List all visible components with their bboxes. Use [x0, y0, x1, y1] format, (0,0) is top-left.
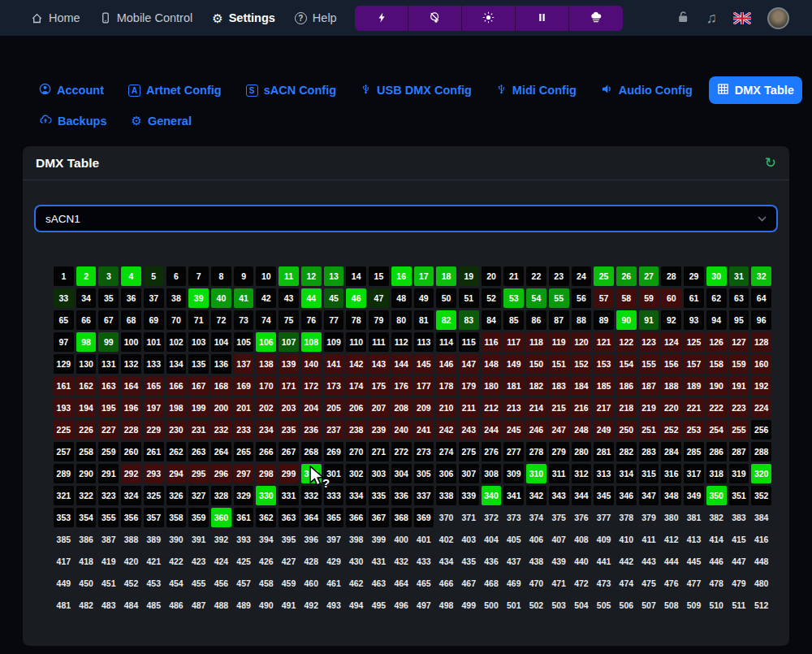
nav-item-help[interactable]: ?Help [295, 11, 337, 24]
dmx-cell: 304 [391, 464, 412, 483]
dmx-cell: 377 [594, 508, 614, 527]
dmx-cell: 293 [144, 464, 164, 483]
dmx-cell: 471 [549, 574, 569, 593]
dmx-cell: 265 [234, 442, 254, 461]
tab-artnet-config[interactable]: AArtnet Config [120, 77, 230, 103]
dmx-cell: 117 [503, 332, 524, 352]
sacn-icon: S [246, 84, 258, 97]
flash-button[interactable] [355, 6, 408, 31]
dmx-cell: 336 [391, 486, 412, 505]
dmx-cell: 316 [661, 464, 681, 483]
dmx-cell: 272 [391, 442, 412, 461]
dmx-cell: 169 [234, 376, 254, 396]
dmx-cell: 47 [369, 288, 389, 308]
dmx-cell: 155 [639, 354, 659, 374]
dmx-cell: 381 [684, 508, 704, 527]
dmx-cell: 301 [324, 464, 344, 483]
dmx-cell: 445 [684, 552, 704, 571]
dmx-cell: 290 [76, 464, 97, 483]
dmx-cell: 335 [369, 486, 389, 505]
pause-icon [537, 12, 547, 25]
dmx-cell: 352 [751, 486, 771, 505]
blackout-button[interactable] [408, 6, 462, 31]
dmx-cell: 177 [414, 376, 434, 396]
dmx-cell: 330 [256, 486, 276, 505]
universe-select[interactable]: sACN1 [34, 205, 778, 232]
dmx-cell: 481 [54, 596, 74, 615]
nav-item-settings[interactable]: ⚙Settings [212, 11, 275, 24]
dmx-cell: 40 [211, 288, 231, 308]
dmx-cell: 82 [436, 310, 456, 330]
dmx-cell: 135 [188, 354, 209, 374]
uk-flag-icon[interactable] [733, 12, 751, 24]
dmx-cell: 440 [572, 552, 592, 571]
dmx-cell: 149 [503, 354, 524, 374]
dmx-cell: 71 [188, 310, 209, 330]
dmx-cell: 163 [98, 376, 119, 396]
dmx-cell: 212 [482, 398, 502, 418]
dmx-cell: 469 [503, 574, 524, 593]
midi-icon [496, 83, 507, 97]
dmx-cell: 410 [616, 530, 637, 549]
refresh-icon[interactable]: ↻ [765, 156, 776, 170]
dmx-cell: 73 [234, 310, 254, 330]
dmx-cell: 411 [639, 530, 659, 549]
dmx-cell: 165 [144, 376, 164, 396]
user-avatar[interactable] [767, 7, 789, 29]
dmx-cell: 246 [526, 420, 546, 440]
brightness-icon [482, 11, 495, 26]
tab-account[interactable]: Account [31, 76, 112, 104]
tab-audio-config[interactable]: Audio Config [593, 76, 701, 104]
dmx-cell: 349 [684, 486, 704, 505]
music-note-icon[interactable]: ♫ [706, 11, 718, 25]
brightness-button[interactable] [462, 6, 516, 31]
dmx-cell: 368 [391, 508, 412, 527]
tab-dmx-table[interactable]: DMX Table [709, 76, 802, 104]
dmx-cell: 31 [729, 266, 749, 286]
dmx-cell: 437 [503, 552, 524, 571]
dmx-cell: 236 [301, 420, 322, 440]
dmx-cell: 55 [549, 288, 569, 308]
dmx-cell: 340 [482, 486, 502, 505]
dmx-cell: 204 [301, 398, 322, 418]
dmx-cell: 421 [144, 552, 164, 571]
dmx-cell: 491 [279, 596, 299, 615]
dmx-cell: 457 [234, 574, 254, 593]
backup-icon [39, 114, 52, 128]
dmx-cell: 56 [572, 288, 592, 308]
dmx-cell: 299 [279, 464, 299, 483]
dmx-cell: 96 [751, 310, 771, 330]
dmx-cell: 122 [616, 332, 637, 352]
dmx-cell: 138 [256, 354, 276, 374]
pause-button[interactable] [516, 6, 569, 31]
tab-midi-config[interactable]: Midi Config [488, 76, 585, 104]
dmx-cell: 334 [346, 486, 366, 505]
dmx-cell: 37 [144, 288, 164, 308]
lock-open-icon[interactable] [676, 10, 690, 27]
dmx-cell: 254 [706, 420, 727, 440]
dmx-cell: 358 [166, 508, 187, 527]
dmx-cell: 286 [706, 442, 727, 461]
dmx-cell: 505 [594, 596, 614, 615]
dmx-cell: 193 [54, 398, 74, 418]
dmx-cell: 4 [121, 266, 141, 286]
smoke-button[interactable] [569, 6, 623, 31]
dmx-cell: 101 [144, 332, 164, 352]
dmx-cell: 444 [661, 552, 681, 571]
tab-backups[interactable]: Backups [31, 107, 114, 135]
dmx-cell: 284 [661, 442, 681, 461]
dmx-cell: 370 [436, 508, 456, 527]
dmx-cell: 234 [256, 420, 276, 440]
tab-usb-dmx-config[interactable]: USB DMX Config [352, 76, 480, 104]
nav-item-mobile-control[interactable]: Mobile Control [100, 11, 193, 24]
dmx-cell: 443 [639, 552, 659, 571]
tab-sacn-config[interactable]: SsACN Config [238, 77, 344, 103]
dmx-cell: 450 [76, 574, 97, 593]
dmx-cell: 476 [661, 574, 681, 593]
tab-general[interactable]: ⚙General [123, 108, 199, 134]
dmx-cell: 425 [234, 552, 254, 571]
dmx-cell: 306 [436, 464, 456, 483]
nav-item-home[interactable]: Home [31, 11, 80, 24]
dmx-cell: 175 [369, 376, 389, 396]
dmx-cell: 277 [503, 442, 524, 461]
